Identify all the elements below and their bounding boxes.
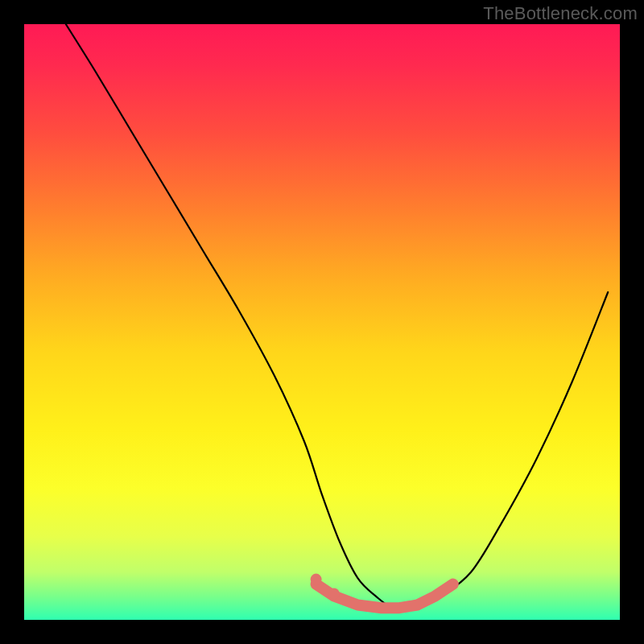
plot-area [24,24,620,620]
bottleneck-curve [66,24,608,609]
optimal-dot [328,588,340,599]
optimal-range-dots [311,574,453,609]
curve-layer [24,24,620,620]
optimal-dot [311,574,322,585]
watermark-label: TheBottleneck.com [483,3,638,24]
chart-frame: TheBottleneck.com [0,0,644,644]
